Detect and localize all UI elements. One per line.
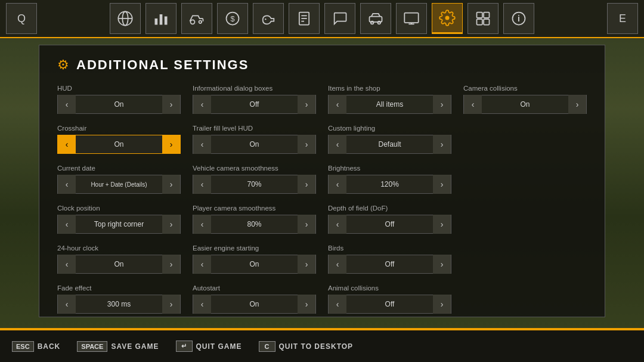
player-camera-control: ‹ 80% › [193, 215, 316, 234]
current-date-control: ‹ Hour + Date (Details) › [57, 175, 181, 194]
engine-starting-prev-btn[interactable]: ‹ [193, 255, 211, 274]
player-camera-next-btn[interactable]: › [298, 215, 315, 234]
autostart-prev-btn[interactable]: ‹ [193, 295, 211, 314]
animal-collisions-next-btn[interactable]: › [433, 295, 451, 314]
q-label: Q [17, 13, 26, 25]
vehicle-camera-next-btn[interactable]: › [298, 175, 315, 194]
nav-players-tab[interactable] [467, 3, 499, 34]
tractor-icon [188, 10, 205, 27]
nav-vehicles-tab[interactable] [360, 3, 391, 34]
nav-money-tab[interactable]: $ [217, 3, 248, 34]
nav-chat-tab[interactable] [324, 3, 355, 34]
hud-next-btn[interactable]: › [162, 95, 180, 114]
svg-rect-3 [155, 18, 158, 25]
nav-contracts-tab[interactable] [289, 3, 320, 34]
clock-position-label: Clock position [57, 205, 181, 212]
current-date-prev-btn[interactable]: ‹ [58, 175, 76, 194]
camera-collisions-prev-btn[interactable]: ‹ [464, 95, 482, 114]
settings-col1: HUD ‹ On › Crosshair ‹ On › Current date [57, 85, 181, 324]
nav-hud-tab[interactable] [396, 3, 427, 34]
fade-effect-prev-btn[interactable]: ‹ [58, 295, 76, 314]
animal-collisions-prev-btn[interactable]: ‹ [329, 295, 346, 314]
stats-icon [153, 10, 169, 27]
trailer-fill-next-btn[interactable]: › [298, 135, 315, 154]
settings-col3: Items in the shop ‹ All items › Custom l… [328, 85, 451, 324]
dof-label: Depth of field (DoF) [328, 205, 451, 212]
nav-settings-tab[interactable] [432, 3, 463, 34]
setting-hud: HUD ‹ On › [57, 85, 181, 114]
dof-next-btn[interactable]: › [433, 215, 451, 234]
nav-e-button[interactable]: E [607, 3, 638, 34]
setting-autostart: Autostart ‹ On › [193, 284, 316, 314]
hud-label: HUD [57, 85, 181, 92]
24hour-next-btn[interactable]: › [162, 255, 180, 274]
nav-stats-tab[interactable] [145, 3, 177, 34]
nav-info-tab[interactable]: i [503, 3, 534, 34]
svg-point-16 [371, 21, 374, 24]
player-camera-prev-btn[interactable]: ‹ [193, 215, 211, 234]
clock-position-prev-btn[interactable]: ‹ [58, 215, 76, 234]
world-icon [117, 10, 134, 27]
info-dialogs-prev-btn[interactable]: ‹ [193, 95, 211, 114]
birds-prev-btn[interactable]: ‹ [329, 255, 346, 274]
vehicle-camera-control: ‹ 70% › [193, 175, 316, 194]
fade-effect-label: Fade effect [57, 284, 181, 292]
svg-rect-24 [484, 19, 489, 24]
nav-animals-tab[interactable] [253, 3, 284, 34]
setting-24hour: 24-hour clock ‹ On › [57, 245, 181, 274]
items-shop-prev-btn[interactable]: ‹ [329, 95, 346, 114]
brightness-next-btn[interactable]: › [433, 175, 451, 194]
setting-animal-collisions: Animal collisions ‹ Off › [328, 284, 451, 314]
panel-title: ⚙ ADDITIONAL SETTINGS [57, 57, 587, 73]
clock-position-control: ‹ Top right corner › [57, 215, 181, 234]
info-dialogs-next-btn[interactable]: › [298, 95, 315, 114]
engine-starting-next-btn[interactable]: › [298, 255, 315, 274]
24hour-prev-btn[interactable]: ‹ [58, 255, 76, 274]
nav-tractor-tab[interactable] [181, 3, 212, 34]
camera-collisions-control: ‹ On › [463, 95, 587, 114]
clock-position-next-btn[interactable]: › [162, 215, 180, 234]
autostart-next-btn[interactable]: › [298, 295, 315, 314]
svg-text:i: i [518, 14, 520, 23]
svg-point-7 [199, 21, 202, 24]
svg-rect-4 [160, 14, 163, 25]
fade-effect-next-btn[interactable]: › [162, 295, 180, 314]
enter-key: ↵ [176, 341, 193, 352]
trailer-fill-prev-btn[interactable]: ‹ [193, 135, 211, 154]
birds-next-btn[interactable]: › [433, 255, 451, 274]
fade-effect-value: 300 ms [76, 300, 162, 308]
esc-key: ESC [12, 341, 34, 352]
back-action: ESC BACK [12, 341, 60, 352]
brightness-prev-btn[interactable]: ‹ [329, 175, 346, 194]
svg-point-10 [265, 18, 266, 20]
hud-icon [403, 10, 420, 27]
settings-col4: Camera collisions ‹ On › [463, 85, 587, 324]
nav-center: $ i [109, 2, 535, 35]
camera-collisions-value: On [482, 100, 568, 109]
items-shop-next-btn[interactable]: › [433, 95, 451, 114]
camera-collisions-next-btn[interactable]: › [568, 95, 586, 114]
birds-control: ‹ Off › [328, 255, 451, 274]
camera-collisions-label: Camera collisions [463, 85, 587, 92]
crosshair-next-btn[interactable]: › [162, 135, 180, 154]
nav-world-tab[interactable] [110, 3, 141, 34]
svg-point-6 [191, 20, 195, 24]
setting-engine-starting: Easier engine starting ‹ On › [193, 245, 316, 274]
vehicle-camera-prev-btn[interactable]: ‹ [193, 175, 211, 194]
quit-desktop-action: C QUIT TO DESKTOP [259, 341, 354, 352]
hud-prev-btn[interactable]: ‹ [58, 95, 76, 114]
brightness-control: ‹ 120% › [328, 175, 451, 194]
trailer-fill-value: On [211, 140, 298, 148]
nav-right: E [606, 2, 644, 35]
crosshair-prev-btn[interactable]: ‹ [58, 135, 76, 154]
dof-prev-btn[interactable]: ‹ [329, 215, 346, 234]
svg-rect-22 [484, 13, 489, 18]
custom-lighting-prev-btn[interactable]: ‹ [329, 135, 346, 154]
custom-lighting-next-btn[interactable]: › [433, 135, 451, 154]
info-icon: i [510, 10, 527, 27]
current-date-next-btn[interactable]: › [162, 175, 180, 194]
setting-trailer-fill: Trailer fill level HUD ‹ On › [193, 125, 316, 154]
bottom-bar: ESC BACK SPACE SAVE GAME ↵ QUIT GAME C Q… [0, 329, 644, 362]
vehicles-icon [367, 10, 384, 27]
nav-q-button[interactable]: Q [6, 3, 37, 34]
